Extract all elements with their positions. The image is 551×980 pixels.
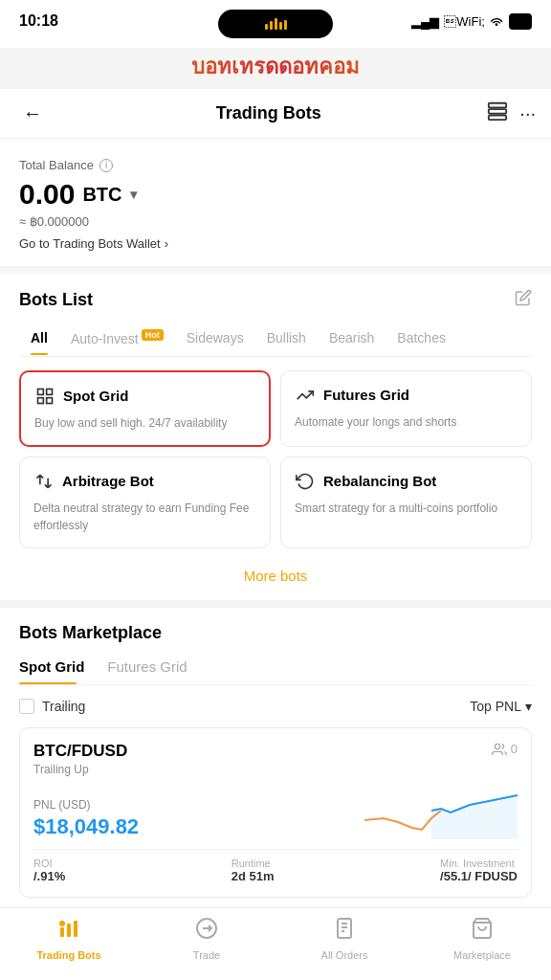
trailing-filter: Trailing — [19, 699, 85, 714]
svg-rect-6 — [47, 397, 53, 403]
svg-point-7 — [495, 744, 499, 748]
trading-bots-icon — [57, 917, 80, 946]
tab-batches[interactable]: Batches — [386, 323, 457, 355]
balance-fiat: ≈ ฿0.000000 — [19, 214, 532, 229]
status-icons: ▂▄▆ WiFi; 96 — [411, 13, 532, 30]
svg-rect-3 — [38, 389, 44, 394]
trade-label: Trade — [193, 949, 220, 961]
wallet-link-arrow: › — [165, 236, 168, 251]
more-bots-section: More bots — [0, 560, 551, 608]
runtime-stat: Runtime 2d 51m — [231, 858, 275, 883]
nav-item-trading-bots[interactable]: Trading Bots — [0, 917, 138, 961]
market-tab-spot-grid[interactable]: Spot Grid — [19, 653, 99, 684]
pnl-label: PNL (USD) — [33, 798, 139, 812]
tab-sideways[interactable]: Sideways — [175, 323, 255, 355]
rebalancing-desc: Smart strategy for a multi-coins portfol… — [295, 500, 518, 517]
pair-name: BTC/FDUSD — [33, 742, 127, 761]
nav-item-trade[interactable]: Trade — [138, 917, 276, 961]
sort-button[interactable]: Top PNL ▾ — [470, 699, 532, 714]
bot-card-rebalancing[interactable]: Rebalancing Bot Smart strategy for a mul… — [280, 457, 532, 548]
top-nav: ← Trading Bots ··· — [0, 89, 551, 139]
all-orders-label: All Orders — [321, 949, 368, 961]
main-content: Total Balance i 0.00 BTC ▾ ≈ ฿0.000000 G… — [0, 139, 551, 907]
tab-all[interactable]: All — [19, 323, 59, 355]
svg-rect-4 — [47, 389, 53, 394]
svg-rect-9 — [67, 924, 71, 937]
futures-grid-icon — [295, 385, 316, 406]
all-orders-icon — [333, 917, 356, 946]
bots-list-header: Bots List — [19, 289, 532, 311]
rebalancing-name: Rebalancing Bot — [323, 473, 436, 489]
home-indicator — [0, 974, 551, 980]
pair-sub: Trailing Up — [33, 763, 127, 776]
marketplace-label: Marketplace — [453, 949, 511, 961]
edit-icon[interactable] — [515, 289, 532, 311]
bots-list-section: Bots List All Auto-InvestHot Sideways Bu… — [0, 274, 551, 560]
stats-row: ROI /.91% Runtime 2d 51m Min. Investment… — [33, 849, 518, 883]
svg-point-11 — [59, 921, 65, 926]
bot-card-futures-grid[interactable]: Futures Grid Automate your longs and sho… — [280, 370, 532, 447]
pnl-chart — [364, 782, 518, 839]
spot-grid-desc: Buy low and sell high. 24/7 availability — [34, 414, 255, 432]
page-title: Trading Bots — [50, 103, 487, 123]
back-button[interactable]: ← — [15, 99, 50, 128]
pnl-value: $18,049.82 — [33, 814, 139, 839]
balance-unit: BTC — [82, 184, 121, 206]
wallet-link[interactable]: Go to Trading Bots Wallet › — [19, 236, 532, 251]
spot-grid-name: Spot Grid — [63, 388, 128, 404]
bots-list-title: Bots List — [19, 290, 93, 310]
balance-number: 0.00 — [19, 178, 75, 211]
nav-actions: ··· — [487, 100, 536, 126]
sort-chevron-icon: ▾ — [525, 699, 532, 714]
futures-grid-desc: Automate your longs and shorts — [295, 413, 518, 431]
trailing-checkbox[interactable] — [19, 699, 34, 714]
balance-amount: 0.00 BTC ▾ — [19, 178, 532, 211]
filter-row: Trailing Top PNL ▾ — [19, 699, 532, 714]
bot-card-spot-grid[interactable]: Spot Grid Buy low and sell high. 24/7 av… — [19, 370, 271, 447]
roi-stat: ROI /.91% — [33, 858, 65, 883]
wifi-icon: WiFi; — [444, 14, 503, 29]
balance-dropdown-icon[interactable]: ▾ — [130, 187, 137, 202]
status-time: 10:18 — [19, 12, 58, 30]
trailing-label: Trailing — [42, 699, 85, 714]
marketplace-icon — [471, 917, 494, 946]
nav-item-all-orders[interactable]: All Orders — [276, 917, 413, 961]
balance-info-icon[interactable]: i — [99, 159, 113, 172]
marketplace-section: Bots Marketplace Spot Grid Futures Grid … — [0, 608, 551, 898]
balance-label: Total Balance i — [19, 158, 532, 172]
svg-rect-10 — [74, 921, 77, 937]
tab-bullish[interactable]: Bullish — [255, 323, 318, 355]
futures-grid-name: Futures Grid — [323, 387, 409, 403]
dynamic-island — [218, 10, 333, 38]
trading-bots-label: Trading Bots — [36, 949, 100, 961]
nav-item-marketplace[interactable]: Marketplace — [413, 917, 551, 961]
min-investment-stat: Min. Investment /55.1/ FDUSD — [440, 858, 518, 883]
bot-card-arbitrage[interactable]: Arbitrage Bot Delta neutral strategy to … — [19, 457, 271, 548]
arbitrage-name: Arbitrage Bot — [62, 473, 154, 489]
arbitrage-icon — [33, 471, 55, 492]
stack-icon[interactable] — [487, 100, 508, 126]
rebalancing-icon — [295, 471, 316, 492]
thai-banner: บอทเทรดดอทคอม — [0, 48, 551, 89]
more-icon[interactable]: ··· — [519, 102, 536, 124]
battery-indicator: 96 — [509, 13, 532, 30]
balance-section: Total Balance i 0.00 BTC ▾ ≈ ฿0.000000 G… — [0, 139, 551, 274]
trade-icon — [195, 917, 218, 946]
bots-grid: Spot Grid Buy low and sell high. 24/7 av… — [19, 370, 532, 560]
tab-bearish[interactable]: Bearish — [318, 323, 386, 355]
signal-icon: ▂▄▆ — [411, 14, 439, 29]
sort-label: Top PNL — [470, 699, 521, 714]
svg-rect-8 — [60, 927, 64, 937]
bottom-nav: Trading Bots Trade All Orders Marketplac… — [0, 907, 551, 974]
arbitrage-desc: Delta neutral strategy to earn Funding F… — [33, 500, 256, 534]
svg-rect-2 — [489, 116, 506, 121]
follower-count: 0 — [492, 742, 518, 756]
marketplace-tabs: Spot Grid Futures Grid — [19, 653, 532, 685]
tab-auto-invest[interactable]: Auto-InvestHot — [59, 323, 175, 356]
more-bots-link[interactable]: More bots — [244, 568, 308, 584]
market-tab-futures-grid[interactable]: Futures Grid — [107, 653, 202, 684]
spot-grid-icon — [34, 386, 55, 407]
svg-rect-1 — [489, 109, 506, 114]
market-card-btc-fdusd[interactable]: BTC/FDUSD Trailing Up 0 PNL (USD) $18,04… — [19, 727, 532, 898]
svg-rect-5 — [38, 397, 44, 403]
